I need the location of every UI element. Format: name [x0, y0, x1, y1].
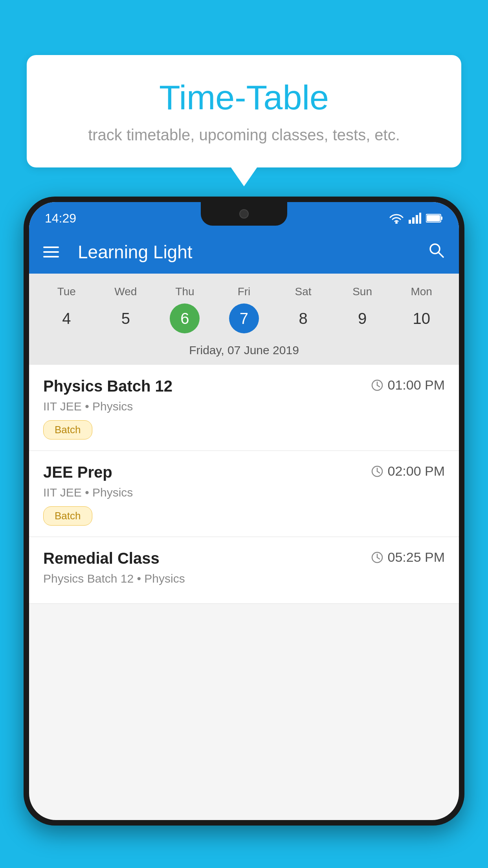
day-sat[interactable]: Sat 8	[288, 285, 318, 333]
svg-line-9	[438, 252, 443, 257]
speech-bubble-section: Time-Table track timetable, upcoming cla…	[27, 55, 461, 167]
phone-notch	[201, 202, 287, 226]
time-text-2: 02:00 PM	[387, 463, 445, 479]
bubble-subtitle: track timetable, upcoming classes, tests…	[42, 126, 446, 144]
svg-rect-4	[419, 213, 421, 224]
day-label-fri: Fri	[238, 285, 251, 298]
schedule-item-time-3: 05:25 PM	[371, 550, 445, 565]
camera-dot	[239, 209, 249, 219]
day-tue[interactable]: Tue 4	[51, 285, 81, 333]
schedule-item-title-3: Remedial Class	[43, 550, 160, 567]
phone-container: 14:29	[24, 197, 464, 868]
hamburger-line	[43, 246, 59, 248]
day-mon[interactable]: Mon 10	[407, 285, 437, 333]
calendar-section: Tue 4 Wed 5 Thu 6 Fri 7	[29, 274, 459, 365]
status-time: 14:29	[45, 211, 76, 226]
days-row: Tue 4 Wed 5 Thu 6 Fri 7	[29, 281, 459, 337]
day-number-mon: 10	[407, 303, 437, 333]
day-sun[interactable]: Sun 9	[347, 285, 377, 333]
day-number-thu: 6	[170, 303, 200, 333]
app-bar-title: Learning Light	[78, 241, 415, 263]
speech-bubble: Time-Table track timetable, upcoming cla…	[27, 55, 461, 167]
schedule-item-header-1: Physics Batch 12 01:00 PM	[43, 377, 445, 395]
battery-icon	[426, 213, 443, 223]
svg-point-0	[395, 222, 398, 224]
day-wed[interactable]: Wed 5	[111, 285, 141, 333]
phone-frame: 14:29	[24, 197, 464, 826]
day-label-thu: Thu	[175, 285, 194, 298]
hamburger-line	[43, 256, 59, 257]
clock-icon-3	[371, 551, 383, 564]
day-number-tue: 4	[51, 303, 81, 333]
schedule-item-subtitle-3: Physics Batch 12 • Physics	[43, 572, 445, 585]
wifi-icon	[389, 213, 404, 224]
svg-line-12	[377, 385, 380, 387]
day-label-mon: Mon	[411, 285, 432, 298]
schedule-item-header-2: JEE Prep 02:00 PM	[43, 463, 445, 481]
svg-rect-1	[409, 220, 411, 224]
clock-icon-2	[371, 465, 383, 478]
schedule-item-title-2: JEE Prep	[43, 463, 112, 481]
schedule-item-time-2: 02:00 PM	[371, 463, 445, 479]
day-label-tue: Tue	[57, 285, 76, 298]
status-icons	[389, 213, 443, 224]
day-number-fri: 7	[229, 303, 259, 333]
day-thu[interactable]: Thu 6	[170, 285, 200, 333]
day-label-wed: Wed	[114, 285, 137, 298]
clock-icon	[371, 379, 383, 392]
hamburger-line	[43, 251, 59, 253]
signal-icon	[409, 213, 421, 224]
schedule-item-header-3: Remedial Class 05:25 PM	[43, 550, 445, 567]
day-number-sat: 8	[288, 303, 318, 333]
time-text-1: 01:00 PM	[387, 377, 445, 393]
selected-date-label: Friday, 07 June 2019	[29, 337, 459, 365]
schedule-item-3[interactable]: Remedial Class 05:25 PM Physics Batch 12…	[29, 537, 459, 604]
schedule-item-subtitle-2: IIT JEE • Physics	[43, 486, 445, 499]
schedule-item-2[interactable]: JEE Prep 02:00 PM IIT JEE • Physics Batc…	[29, 451, 459, 537]
svg-rect-3	[416, 215, 418, 224]
hamburger-menu-icon[interactable]	[43, 246, 59, 257]
schedule-item-subtitle-1: IIT JEE • Physics	[43, 400, 445, 413]
app-bar: Learning Light	[29, 230, 459, 274]
svg-line-18	[377, 557, 380, 559]
day-label-sat: Sat	[295, 285, 312, 298]
schedule-item-title-1: Physics Batch 12	[43, 377, 172, 395]
day-number-sun: 9	[347, 303, 377, 333]
schedule-item-1[interactable]: Physics Batch 12 01:00 PM IIT JEE • Phys…	[29, 365, 459, 451]
time-text-3: 05:25 PM	[387, 550, 445, 565]
svg-line-15	[377, 471, 380, 473]
schedule-list: Physics Batch 12 01:00 PM IIT JEE • Phys…	[29, 365, 459, 604]
phone-screen: 14:29	[29, 202, 459, 820]
svg-rect-6	[441, 217, 442, 220]
day-number-wed: 5	[111, 303, 141, 333]
day-label-sun: Sun	[352, 285, 372, 298]
svg-rect-2	[412, 217, 415, 224]
search-icon[interactable]	[427, 241, 445, 263]
schedule-item-time-1: 01:00 PM	[371, 377, 445, 393]
day-fri[interactable]: Fri 7	[229, 285, 259, 333]
svg-rect-7	[427, 215, 440, 221]
bubble-title: Time-Table	[42, 79, 446, 117]
batch-badge-1: Batch	[43, 420, 92, 440]
batch-badge-2: Batch	[43, 506, 92, 526]
